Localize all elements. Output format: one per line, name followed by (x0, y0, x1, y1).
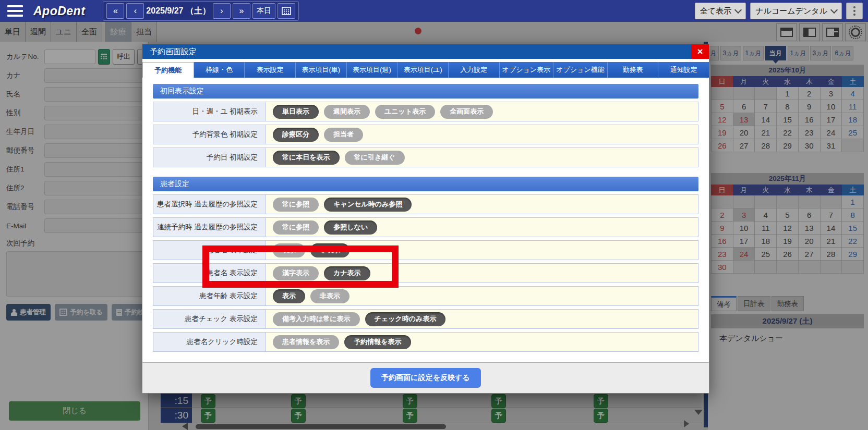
menu-icon[interactable] (7, 5, 23, 17)
next-fast-button[interactable]: » (233, 3, 250, 19)
setting-options: 患者情報を表示予約情報を表示 (266, 333, 411, 351)
settings-tab-勤務表[interactable]: 勤務表 (608, 62, 659, 78)
option-pill-表示[interactable]: 表示 (273, 289, 305, 303)
section-header: 初回表示設定 (153, 84, 698, 99)
settings-tab-表示項目(週)[interactable]: 表示項目(週) (347, 62, 398, 78)
setting-row: 患者名 表示設定表示非表示 (153, 240, 698, 260)
setting-label: 患者選択時 過去履歴の参照設定 (153, 195, 266, 214)
setting-label: 日・週・ユ 初期表示 (153, 102, 266, 121)
modal-footer: 予約画面に設定を反映する (142, 362, 709, 393)
view-filter-select[interactable]: 全て表示 (695, 3, 746, 19)
setting-row: 患者名クリック時設定患者情報を表示予約情報を表示 (153, 332, 698, 352)
setting-options: 常に参照参照しない (266, 218, 377, 237)
date-navigation: « ‹ 2025/9/27 （土） › » 本日 (103, 1, 299, 21)
option-pill-単日表示[interactable]: 単日表示 (273, 105, 319, 119)
setting-label: 患者名クリック時設定 (153, 333, 266, 351)
option-pill-週間表示[interactable]: 週間表示 (324, 105, 370, 119)
settings-tab-表示項目(ユ)[interactable]: 表示項目(ユ) (397, 62, 449, 78)
settings-tab-通知設定[interactable]: 通知設定 (658, 62, 709, 78)
section-header: 患者設定 (153, 177, 698, 191)
option-pill-ユニット表示[interactable]: ユニット表示 (375, 105, 435, 119)
today-button[interactable]: 本日 (252, 3, 275, 19)
setting-row: 患者チェック 表示設定備考入力時は常に表示チェック時のみ表示 (153, 309, 698, 329)
clinic-select[interactable]: ナルコームデンタル (750, 3, 842, 19)
setting-row: 患者選択時 過去履歴の参照設定常に参照キャンセル時のみ参照 (153, 194, 698, 214)
setting-row: 患者年齢 表示設定表示非表示 (153, 286, 698, 306)
current-date: 2025/9/27 （土） (146, 6, 211, 17)
close-icon[interactable]: × (691, 44, 709, 59)
setting-options: 診療区分担当者 (266, 125, 363, 144)
settings-tab-表示設定[interactable]: 表示設定 (245, 62, 296, 78)
setting-options: 単日表示週間表示ユニット表示全画面表示 (266, 102, 493, 121)
option-pill-常に引き継ぐ[interactable]: 常に引き継ぐ (345, 151, 405, 165)
setting-options: 漢字表示カナ表示 (266, 264, 370, 282)
setting-label: 患者チェック 表示設定 (153, 310, 266, 328)
top-right-controls: 全て表示 ナルコームデンタル (695, 3, 863, 19)
next-button[interactable]: › (213, 3, 231, 19)
settings-tab-枠線・色[interactable]: 枠線・色 (194, 62, 245, 78)
option-pill-患者情報を表示[interactable]: 患者情報を表示 (273, 335, 339, 349)
prev-button[interactable]: ‹ (126, 3, 144, 19)
setting-label: 患者年齢 表示設定 (153, 287, 266, 305)
setting-options: 表示非表示 (266, 241, 349, 260)
option-pill-非表示[interactable]: 非表示 (310, 243, 349, 257)
chevron-down-icon (734, 6, 742, 14)
calendar-icon[interactable] (278, 3, 295, 19)
setting-options: 表示非表示 (266, 287, 349, 305)
option-pill-非表示[interactable]: 非表示 (310, 289, 349, 303)
app-root: ApoDent « ‹ 2025/9/27 （土） › » 本日 全て表示 ナル… (0, 0, 868, 430)
option-pill-表示[interactable]: 表示 (273, 243, 305, 257)
settings-tabs: 予約機能枠線・色表示設定表示項目(単)表示項目(週)表示項目(ユ)入力設定オプシ… (142, 62, 709, 78)
option-pill-参照しない[interactable]: 参照しない (324, 220, 377, 235)
setting-row: 予約背景色 初期設定診療区分担当者 (153, 125, 698, 144)
setting-row: 患者名 表示設定漢字表示カナ表示 (153, 263, 698, 283)
option-pill-常に参照[interactable]: 常に参照 (273, 220, 319, 235)
settings-content: 初回表示設定日・週・ユ 初期表示単日表示週間表示ユニット表示全画面表示予約背景色… (142, 78, 709, 352)
setting-label: 患者名 表示設定 (153, 241, 266, 260)
option-pill-漢字表示[interactable]: 漢字表示 (273, 266, 319, 280)
setting-row: 連続予約時 過去履歴の参照設定常に参照参照しない (153, 217, 698, 237)
option-pill-予約情報を表示[interactable]: 予約情報を表示 (344, 335, 411, 349)
app-logo: ApoDent (33, 4, 85, 18)
setting-label: 予約日 初期設定 (153, 148, 266, 167)
chevron-down-icon (830, 6, 838, 14)
setting-options: 備考入力時は常に表示チェック時のみ表示 (266, 310, 445, 328)
settings-tab-入力設定[interactable]: 入力設定 (449, 62, 500, 78)
option-pill-チェック時のみ表示[interactable]: チェック時のみ表示 (365, 312, 446, 326)
setting-label: 連続予約時 過去履歴の参照設定 (153, 218, 266, 237)
settings-tab-オプション表示[interactable]: オプション表示 (500, 62, 554, 78)
apply-settings-button[interactable]: 予約画面に設定を反映する (370, 368, 481, 388)
modal-title: 予約画面設定 (150, 47, 197, 57)
option-pill-常に本日を表示[interactable]: 常に本日を表示 (273, 151, 340, 165)
setting-row: 日・週・ユ 初期表示単日表示週間表示ユニット表示全画面表示 (153, 102, 698, 121)
top-bar: ApoDent « ‹ 2025/9/27 （土） › » 本日 全て表示 ナル… (0, 0, 868, 22)
option-pill-キャンセル時のみ参照[interactable]: キャンセル時のみ参照 (324, 198, 412, 212)
option-pill-全画面表示[interactable]: 全画面表示 (440, 105, 493, 119)
settings-tab-オプション機能[interactable]: オプション機能 (553, 62, 608, 78)
settings-tab-表示項目(単)[interactable]: 表示項目(単) (296, 62, 347, 78)
option-pill-担当者[interactable]: 担当者 (324, 128, 363, 142)
setting-label: 患者名 表示設定 (153, 264, 266, 282)
setting-row: 予約日 初期設定常に本日を表示常に引き継ぐ (153, 148, 698, 167)
option-pill-常に参照[interactable]: 常に参照 (273, 198, 319, 212)
option-pill-診療区分[interactable]: 診療区分 (273, 128, 319, 142)
settings-tab-予約機能[interactable]: 予約機能 (142, 62, 194, 78)
option-pill-カナ表示[interactable]: カナ表示 (324, 266, 370, 280)
reservation-settings-modal: 予約画面設定 × 予約機能枠線・色表示設定表示項目(単)表示項目(週)表示項目(… (142, 44, 709, 394)
setting-label: 予約背景色 初期設定 (153, 125, 266, 144)
setting-options: 常に参照キャンセル時のみ参照 (266, 195, 412, 214)
option-pill-備考入力時は常に表示[interactable]: 備考入力時は常に表示 (273, 312, 360, 326)
setting-options: 常に本日を表示常に引き継ぐ (266, 148, 405, 167)
more-options-icon[interactable] (846, 3, 863, 19)
prev-fast-button[interactable]: « (106, 3, 124, 19)
modal-title-bar: 予約画面設定 × (142, 44, 709, 59)
